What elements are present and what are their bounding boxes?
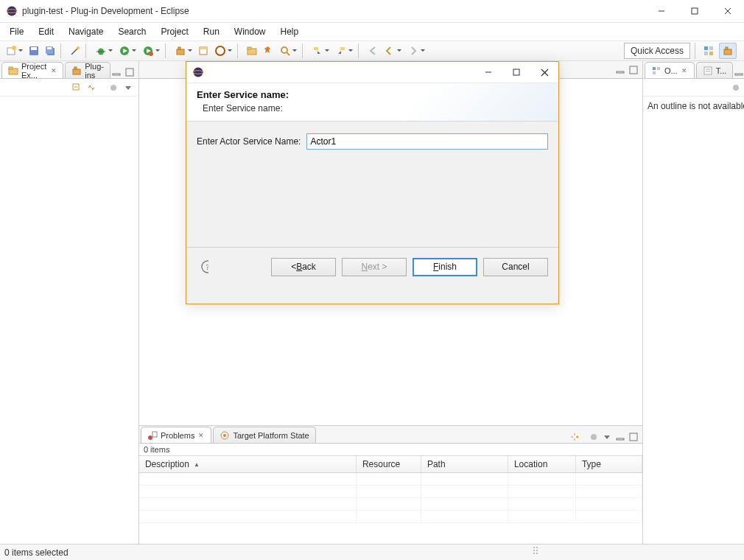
open-type-button[interactable] bbox=[212, 43, 234, 58]
dialog-help-button[interactable]: ? bbox=[197, 259, 213, 275]
window-maximize-button[interactable] bbox=[678, 1, 711, 22]
filter-icon[interactable] bbox=[730, 82, 742, 94]
tab-plugins[interactable]: Plug-ins bbox=[65, 62, 110, 78]
nav-forward-button[interactable] bbox=[405, 43, 427, 58]
toolbar-sep bbox=[237, 43, 242, 58]
problems-col-description[interactable]: Description▲ bbox=[139, 456, 357, 472]
menu-run[interactable]: Run bbox=[197, 24, 226, 40]
dialog-close-button[interactable] bbox=[530, 62, 558, 83]
table-row[interactable] bbox=[139, 473, 642, 486]
open-project-icon[interactable] bbox=[245, 43, 259, 58]
dialog-back-button[interactable]: < Back bbox=[271, 258, 336, 276]
table-row[interactable] bbox=[139, 486, 642, 498]
problems-col-resource[interactable]: Resource bbox=[357, 456, 421, 472]
next-annotation-button[interactable] bbox=[309, 43, 331, 58]
close-icon[interactable]: ✕ bbox=[197, 432, 205, 439]
dialog-next-button[interactable]: Next > bbox=[342, 258, 407, 276]
nav-back-button[interactable] bbox=[365, 43, 380, 58]
problems-table[interactable]: Description▲ Resource Path Location Type bbox=[139, 455, 642, 544]
collapse-all-icon[interactable] bbox=[71, 82, 83, 94]
tab-tasklist[interactable]: T... bbox=[696, 62, 734, 78]
svg-marker-48 bbox=[125, 86, 131, 90]
pde-perspective-button[interactable] bbox=[719, 43, 737, 59]
problems-table-rows bbox=[139, 473, 642, 523]
svg-rect-63 bbox=[704, 67, 712, 74]
view-menu-chevron-icon[interactable] bbox=[122, 82, 134, 94]
tab-project-explorer-label: Project Ex... bbox=[21, 62, 48, 80]
view-menu-chevron-icon[interactable] bbox=[601, 431, 613, 443]
save-button[interactable] bbox=[27, 43, 41, 58]
tab-problems-label: Problems bbox=[161, 431, 194, 440]
dialog-finish-button[interactable]: Finish bbox=[413, 258, 477, 276]
maximize-view-icon[interactable] bbox=[628, 64, 639, 76]
window-close-button[interactable] bbox=[711, 1, 744, 22]
table-row[interactable] bbox=[139, 498, 642, 511]
menu-project[interactable]: Project bbox=[154, 24, 194, 40]
toolbar-sep bbox=[358, 43, 362, 58]
filter-icon[interactable] bbox=[588, 431, 600, 443]
svg-point-26 bbox=[216, 46, 225, 55]
bottom-view-stack: Problems ✕ Target Platform State 0 items bbox=[139, 426, 642, 544]
minimize-view-icon[interactable] bbox=[614, 64, 626, 76]
minimize-view-icon[interactable] bbox=[614, 431, 626, 443]
focus-icon[interactable] bbox=[569, 431, 580, 443]
service-name-dialog: Enter Service name: Enter Service name: … bbox=[186, 61, 559, 304]
svg-point-54 bbox=[223, 434, 226, 437]
menu-navigate[interactable]: Navigate bbox=[62, 24, 110, 40]
svg-rect-37 bbox=[724, 49, 731, 55]
save-all-button[interactable] bbox=[43, 43, 57, 58]
dialog-banner: Enter Service name: Enter Service name: bbox=[186, 83, 558, 122]
problems-col-type[interactable]: Type bbox=[576, 456, 642, 472]
minimize-view-icon[interactable] bbox=[110, 66, 122, 78]
dialog-maximize-button[interactable] bbox=[502, 62, 530, 83]
svg-point-7 bbox=[12, 46, 16, 50]
window-minimize-button[interactable] bbox=[645, 1, 678, 22]
quick-access-field[interactable]: Quick Access bbox=[624, 43, 690, 59]
tab-target-platform[interactable]: Target Platform State bbox=[213, 427, 315, 443]
maximize-view-icon[interactable] bbox=[628, 431, 639, 443]
search-button[interactable] bbox=[277, 43, 299, 58]
pin-icon[interactable] bbox=[261, 43, 276, 58]
open-manifest-button[interactable] bbox=[196, 43, 211, 58]
tab-problems[interactable]: Problems ✕ bbox=[141, 427, 211, 443]
wand-icon[interactable] bbox=[68, 43, 83, 58]
nav-back-history-button[interactable] bbox=[382, 43, 404, 58]
prev-annotation-button[interactable] bbox=[333, 43, 355, 58]
link-editor-icon[interactable] bbox=[85, 82, 97, 94]
tab-outline[interactable]: O... ✕ bbox=[645, 62, 695, 78]
filter-icon[interactable] bbox=[108, 82, 119, 94]
close-icon[interactable]: ✕ bbox=[51, 67, 57, 74]
svg-line-30 bbox=[287, 52, 289, 55]
actor-service-name-label: Enter Actor Service Name: bbox=[197, 136, 301, 147]
tab-target-platform-label: Target Platform State bbox=[233, 431, 309, 440]
table-row[interactable] bbox=[139, 511, 642, 523]
close-icon[interactable]: ✕ bbox=[681, 67, 688, 74]
menu-edit[interactable]: Edit bbox=[32, 24, 60, 40]
menu-search[interactable]: Search bbox=[111, 24, 152, 40]
new-plugin-button[interactable] bbox=[172, 43, 194, 58]
trim-grip-icon[interactable] bbox=[533, 547, 538, 559]
menu-help[interactable]: Help bbox=[274, 24, 306, 40]
problems-col-location[interactable]: Location bbox=[508, 456, 576, 472]
menu-file[interactable]: File bbox=[3, 24, 30, 40]
run-last-button[interactable] bbox=[140, 43, 162, 58]
open-perspective-button[interactable] bbox=[700, 43, 717, 59]
right-tabfolder-head: O... ✕ T... bbox=[643, 61, 744, 79]
project-explorer-body[interactable] bbox=[0, 97, 138, 544]
outline-icon bbox=[651, 66, 661, 76]
dialog-minimize-button[interactable] bbox=[474, 62, 502, 83]
dialog-cancel-button[interactable]: Cancel bbox=[483, 258, 548, 276]
outline-body: An outline is not available. bbox=[643, 97, 744, 544]
maximize-view-icon[interactable] bbox=[124, 66, 136, 78]
titlebar-left: plugin-test - Plug-in Development - Ecli… bbox=[0, 5, 189, 17]
problems-col-path[interactable]: Path bbox=[421, 456, 508, 472]
minimize-view-icon[interactable] bbox=[733, 66, 744, 78]
actor-service-name-input[interactable] bbox=[306, 133, 548, 150]
svg-rect-62 bbox=[653, 71, 656, 74]
statusbar: 0 items selected bbox=[0, 544, 744, 560]
new-wizard-button[interactable] bbox=[3, 43, 25, 58]
debug-button[interactable] bbox=[93, 43, 115, 58]
tab-project-explorer[interactable]: Project Ex... ✕ bbox=[1, 62, 63, 78]
run-button[interactable] bbox=[116, 43, 138, 58]
menu-window[interactable]: Window bbox=[228, 24, 273, 40]
